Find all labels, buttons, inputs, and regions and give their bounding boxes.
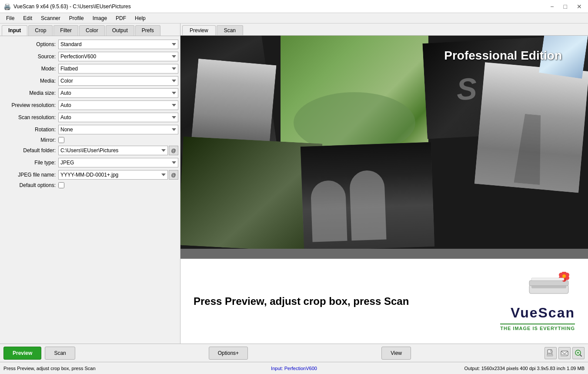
jpeg-filename-at-button[interactable]: @ bbox=[169, 170, 178, 180]
preview-resolution-select[interactable]: Auto 75 dpi 150 dpi bbox=[58, 100, 178, 110]
form-area: Options: Standard Advanced Source: Perfe… bbox=[0, 36, 180, 344]
maximize-button[interactable]: □ bbox=[561, 2, 570, 11]
vuescan-logo: VueScan THE IMAGE IS EVERYTHING bbox=[500, 272, 575, 331]
menu-image[interactable]: Image bbox=[88, 14, 111, 22]
default-options-row: Default options: bbox=[2, 182, 178, 188]
titlebar-controls: − □ ✕ bbox=[548, 2, 585, 11]
default-folder-select[interactable]: C:\Users\IEUser\Pictures bbox=[58, 146, 168, 155]
tab-output[interactable]: Output bbox=[106, 25, 134, 36]
default-folder-at-button[interactable]: @ bbox=[169, 146, 178, 155]
scan-to-email-icon-button[interactable] bbox=[558, 347, 571, 359]
photo-collage: SNAP bbox=[180, 36, 588, 249]
vuescan-tagline: THE IMAGE IS EVERYTHING bbox=[500, 324, 575, 331]
toolbar-icon-group bbox=[545, 347, 585, 359]
rotation-select[interactable]: None 90 CW 90 CCW 180 bbox=[58, 125, 178, 134]
titlebar-left: 🖨️ VueScan 9 x64 (9.5.63) - C:\Users\IEU… bbox=[3, 3, 131, 10]
mirror-row: Mirror: bbox=[2, 137, 178, 143]
source-label: Source: bbox=[2, 53, 58, 60]
source-row: Source: PerfectionV600 bbox=[2, 52, 178, 61]
media-size-select[interactable]: Auto Letter A4 bbox=[58, 88, 178, 98]
preview-tabs: Preview Scan bbox=[180, 23, 588, 36]
vuescan-logo-text: VueScan bbox=[511, 305, 575, 321]
preview-resolution-row: Preview resolution: Auto 75 dpi 150 dpi bbox=[2, 100, 178, 110]
svg-rect-18 bbox=[547, 355, 552, 356]
pro-edition-text: Professional Edition bbox=[444, 49, 562, 63]
tab-filter[interactable]: Filter bbox=[53, 25, 78, 36]
jpeg-filename-select[interactable]: YYYY-MM-DD-0001+.jpg bbox=[58, 170, 168, 180]
jpeg-filename-row: JPEG file name: YYYY-MM-DD-0001+.jpg @ bbox=[2, 170, 178, 180]
svg-rect-13 bbox=[548, 353, 551, 354]
media-size-label: Media size: bbox=[2, 90, 58, 96]
left-panel: Input Crop Filter Color Output Prefs Opt… bbox=[0, 23, 180, 344]
file-type-row: File type: JPEG TIFF PDF bbox=[2, 158, 178, 167]
default-folder-row: Default folder: C:\Users\IEUser\Pictures… bbox=[2, 146, 178, 155]
options-plus-button[interactable]: Options+ bbox=[209, 347, 248, 360]
bottom-toolbar: Preview Scan Options+ View bbox=[0, 344, 588, 362]
default-folder-label: Default folder: bbox=[2, 147, 58, 154]
menubar: File Edit Scanner Profile Image PDF Help bbox=[0, 13, 588, 23]
default-folder-control: C:\Users\IEUser\Pictures @ bbox=[58, 146, 178, 155]
svg-rect-21 bbox=[561, 355, 566, 356]
zoom-in-icon bbox=[575, 349, 582, 357]
scan-to-file-icon bbox=[547, 349, 555, 357]
tab-crop[interactable]: Crop bbox=[28, 25, 53, 36]
app-icon: 🖨️ bbox=[3, 3, 11, 10]
jpeg-filename-control: YYYY-MM-DD-0001+.jpg @ bbox=[58, 170, 178, 180]
menu-file[interactable]: File bbox=[2, 14, 19, 22]
menu-scanner[interactable]: Scanner bbox=[37, 14, 65, 22]
svg-rect-11 bbox=[531, 278, 564, 280]
menu-edit[interactable]: Edit bbox=[19, 14, 37, 22]
menu-help[interactable]: Help bbox=[130, 14, 150, 22]
scan-button[interactable]: Scan bbox=[45, 347, 75, 360]
media-row: Media: Color Gray B&W bbox=[2, 76, 178, 86]
rotation-label: Rotation: bbox=[2, 127, 58, 133]
scan-to-file-icon-button[interactable] bbox=[545, 347, 557, 359]
jpeg-filename-label: JPEG file name: bbox=[2, 172, 58, 178]
tab-scan[interactable]: Scan bbox=[217, 25, 243, 35]
preview-area: SNAP bbox=[180, 36, 588, 344]
media-size-row: Media size: Auto Letter A4 bbox=[2, 88, 178, 98]
preview-resolution-label: Preview resolution: bbox=[2, 102, 58, 108]
menu-pdf[interactable]: PDF bbox=[111, 14, 130, 22]
left-tabs: Input Crop Filter Color Output Prefs bbox=[0, 23, 180, 36]
options-label: Options: bbox=[2, 41, 58, 47]
photo-eiffel bbox=[474, 62, 588, 193]
options-select[interactable]: Standard Advanced bbox=[58, 40, 178, 49]
status-center: Input: PerfectionV600 bbox=[197, 366, 391, 371]
app-title: VueScan 9 x64 (9.5.63) - C:\Users\IEUser… bbox=[13, 3, 131, 10]
media-label: Media: bbox=[2, 78, 58, 84]
tab-color[interactable]: Color bbox=[79, 25, 105, 36]
tab-preview[interactable]: Preview bbox=[182, 25, 216, 35]
svg-point-10 bbox=[562, 274, 566, 278]
file-type-select[interactable]: JPEG TIFF PDF bbox=[58, 158, 178, 167]
tab-input[interactable]: Input bbox=[2, 25, 27, 36]
default-options-checkbox[interactable] bbox=[58, 182, 64, 188]
svg-rect-2 bbox=[529, 280, 568, 286]
tab-prefs[interactable]: Prefs bbox=[135, 25, 160, 36]
zoom-in-icon-button[interactable] bbox=[572, 347, 585, 359]
svg-rect-15 bbox=[548, 354, 551, 354]
scanner-logo-icon bbox=[523, 272, 575, 302]
preview-button[interactable]: Preview bbox=[3, 347, 41, 360]
close-button[interactable]: ✕ bbox=[574, 2, 585, 11]
main-area: Input Crop Filter Color Output Prefs Opt… bbox=[0, 23, 588, 344]
scan-resolution-select[interactable]: Auto 150 dpi 300 dpi 600 dpi bbox=[58, 113, 178, 122]
status-right: Output: 1560x2334 pixels 400 dpi 3.9x5.8… bbox=[391, 366, 585, 371]
scan-resolution-label: Scan resolution: bbox=[2, 114, 58, 120]
default-options-label: Default options: bbox=[2, 182, 58, 188]
media-select[interactable]: Color Gray B&W bbox=[58, 76, 178, 86]
scan-resolution-row: Scan resolution: Auto 150 dpi 300 dpi 60… bbox=[2, 113, 178, 122]
right-panel: Preview Scan bbox=[180, 23, 588, 344]
menu-profile[interactable]: Profile bbox=[65, 14, 88, 22]
mirror-label: Mirror: bbox=[2, 137, 58, 143]
photo-boys bbox=[301, 142, 434, 249]
source-select[interactable]: PerfectionV600 bbox=[58, 52, 178, 61]
mode-label: Mode: bbox=[2, 66, 58, 72]
minimize-button[interactable]: − bbox=[548, 2, 556, 11]
status-left: Press Preview, adjust crop box, press Sc… bbox=[3, 366, 197, 371]
mode-row: Mode: Flatbed Transparency bbox=[2, 64, 178, 73]
view-button[interactable]: View bbox=[381, 347, 411, 360]
file-type-label: File type: bbox=[2, 160, 58, 166]
mirror-checkbox[interactable] bbox=[58, 137, 64, 143]
mode-select[interactable]: Flatbed Transparency bbox=[58, 64, 178, 73]
